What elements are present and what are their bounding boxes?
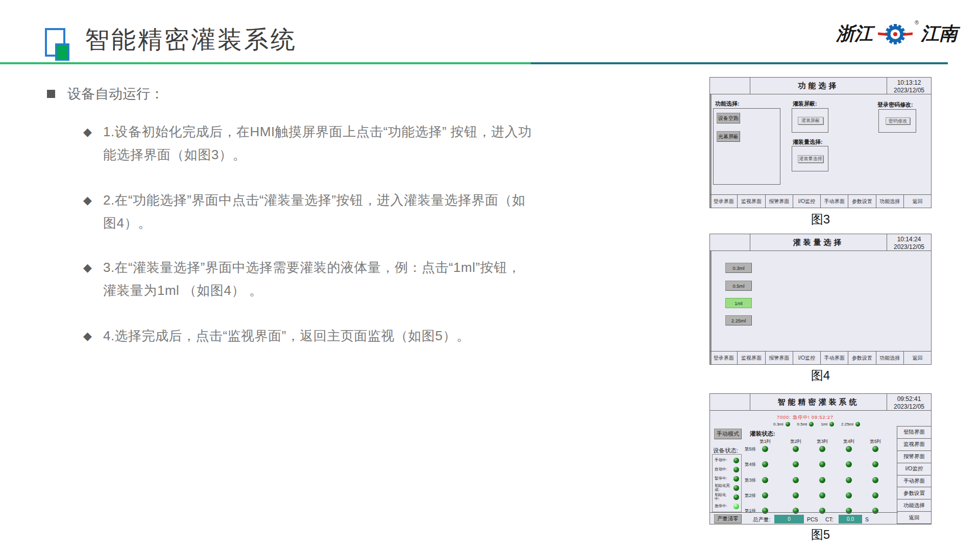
fig4-nav-alarm[interactable]: 报警界面 — [766, 352, 793, 364]
fig4-nav-io[interactable]: I/O监控 — [793, 352, 821, 364]
fig5-menu-monitor[interactable]: 监视界面 — [897, 438, 931, 451]
led-indicator-icon — [829, 422, 834, 427]
fig3-nav-manual[interactable]: 手动界面 — [821, 195, 848, 208]
fig3-nav-login[interactable]: 登录界面 — [710, 195, 738, 208]
indicator-label: 0.5ml — [797, 422, 807, 427]
fig3-nav-params[interactable]: 参数设置 — [848, 195, 876, 208]
fig4-nav-manual[interactable]: 手动界面 — [821, 352, 848, 364]
led-indicator-icon — [872, 446, 878, 452]
led-indicator-icon — [733, 458, 739, 463]
logo-text-left: 浙江 — [836, 21, 873, 46]
fig4-nav-function[interactable]: 功能选择 — [876, 352, 904, 364]
fig4-volume-0.3ml-button[interactable]: 0.3ml — [725, 263, 752, 273]
fig3-fill-shield-button[interactable]: 灌装屏蔽 — [798, 117, 823, 124]
bullet-text-2: 2.在“功能选择”界面中点击“灌装量选择”按钮，进入灌装量选择界面（如图4）。 — [103, 189, 532, 235]
fig5-col-header-4: 第4列 — [839, 439, 859, 445]
status-manual: 手动中: — [715, 456, 739, 465]
fig5-menu-function[interactable]: 功能选择 — [897, 499, 931, 512]
fig4-nav-params[interactable]: 参数设置 — [848, 352, 876, 364]
fig3-fill-shield-label: 灌装屏蔽: — [793, 100, 817, 108]
fig5-menu-login[interactable]: 登陆界面 — [897, 426, 931, 439]
status-label: 初始化完成: — [715, 484, 731, 492]
led-indicator-icon — [819, 461, 825, 467]
fig4-nav-monitor[interactable]: 监视界面 — [738, 352, 765, 364]
bullet-item-4: ◆ 4.选择完成后，点击“监视界面”，返回主页面监视（如图5）。 — [83, 324, 532, 347]
status-label: 暂停中: — [715, 477, 731, 481]
led-indicator-icon — [872, 461, 878, 467]
fig4-nav-login[interactable]: 登录界面 — [710, 352, 738, 364]
led-indicator-icon — [819, 508, 825, 514]
fig3-fill-volume-box: 灌装量选择 — [792, 146, 828, 171]
status-initializing: 初始化中: — [715, 492, 739, 502]
status-label: 初始化中: — [715, 493, 731, 502]
fig3-nav-io[interactable]: I/O监控 — [793, 195, 821, 208]
fig5-menu-alarm[interactable]: 报警界面 — [897, 450, 931, 463]
fig3-function-select-box: 设备空跑 光幕屏蔽 — [713, 108, 780, 185]
fig5-screen-title: 智能精密灌装系统 — [750, 394, 887, 410]
fig4-clock: 10:14:24 2023/12/05 — [887, 234, 931, 251]
fig3-dry-run-button[interactable]: 设备空跑 — [717, 113, 740, 123]
fig4-volume-1ml-button-selected[interactable]: 1ml — [725, 298, 752, 308]
row-label: 第1排 — [745, 508, 756, 514]
gear-logo-icon — [877, 22, 914, 46]
fig5-total-value-field: 0 — [774, 515, 804, 523]
led-indicator-icon — [855, 422, 860, 427]
led-indicator-icon — [762, 508, 768, 514]
fig5-menu-io[interactable]: I/O监控 — [897, 463, 931, 475]
bullet-item-3: ◆ 3.在“灌装量选择”界面中选择需要灌装的液体量，例：点击“1ml”按钮，灌装… — [83, 256, 532, 302]
fig3-light-curtain-button[interactable]: 光幕屏蔽 — [717, 131, 740, 142]
led-indicator-icon — [786, 422, 790, 427]
fig3-nav-monitor[interactable]: 监视界面 — [738, 195, 765, 208]
status-estop-active: 急停中: — [715, 502, 739, 511]
led-indicator-icon — [819, 492, 825, 498]
fig3-caption: 图3 — [709, 211, 932, 228]
indicator-label: 0.3ml — [773, 422, 783, 427]
bullet-item-1: ◆ 1.设备初始化完成后，在HMI触摸屏界面上点击“功能选择” 按钮，进入功能选… — [83, 120, 532, 166]
bullet-item-2: ◆ 2.在“功能选择”界面中点击“灌装量选择”按钮，进入灌装量选择界面（如图4）… — [83, 189, 532, 235]
fig3-nav-alarm[interactable]: 报警界面 — [766, 195, 793, 208]
led-indicator-icon — [733, 485, 739, 491]
fig3-password-button[interactable]: 密码修改 — [886, 117, 910, 124]
fig5-date: 2023/12/05 — [887, 403, 931, 411]
fig5-clock: 09:52:41 2023/12/05 — [887, 394, 931, 410]
fig5-col-header-5: 第5列 — [865, 439, 886, 445]
diamond-bullet-icon: ◆ — [83, 324, 92, 347]
fig5-manual-mode-button[interactable]: 手动模式 — [714, 429, 742, 439]
fig5-device-status-box: 手动中: 自动中: 暂停中: 初始化完成: 初始化中: 急停中: — [712, 454, 742, 512]
row-label: 第5排 — [745, 446, 756, 453]
fig5-clear-count-button[interactable]: 产量清零 — [714, 514, 742, 523]
row-label: 第2排 — [745, 493, 756, 499]
fig4-volume-0.5ml-button[interactable]: 0.5ml — [725, 281, 752, 291]
screenshot-edge-artifact — [710, 94, 712, 208]
fig5-side-menu: 登陆界面 监视界面 报警界面 I/O监控 手动界面 参数设置 功能选择 返回 — [897, 427, 931, 524]
fig3-fill-volume-button[interactable]: 灌装量选择 — [798, 155, 823, 163]
fig3-password-box: 密码修改 — [878, 109, 916, 133]
fig5-menu-params[interactable]: 参数设置 — [897, 487, 931, 499]
fig3-bottom-nav: 登录界面 监视界面 报警界面 I/O监控 手动界面 参数设置 功能选择 返回 — [710, 194, 931, 208]
fig3-password-label: 登录密码修改: — [877, 101, 913, 109]
fig5-col-header-2: 第2列 — [786, 439, 806, 445]
fig3-screen-title: 功能选择 — [750, 78, 887, 94]
status-auto: 自动中: — [715, 465, 739, 474]
led-indicator-icon — [846, 446, 852, 452]
led-indicator-icon — [793, 508, 799, 514]
bullet-text-1: 1.设备初始化完成后，在HMI触摸屏界面上点击“功能选择” 按钮，进入功能选择界… — [103, 120, 532, 166]
led-indicator-icon — [846, 477, 852, 483]
registered-trademark-mark: ® — [915, 19, 919, 26]
fig4-time: 10:14:24 — [887, 236, 931, 243]
fig5-menu-return[interactable]: 返回 — [897, 511, 931, 524]
fig5-indicator-1ml: 1ml — [821, 422, 834, 427]
fig5-ct-unit: S — [865, 516, 869, 522]
fig3-nav-return[interactable]: 返回 — [904, 195, 931, 208]
fig5-ct-value-field: 0.0 — [839, 515, 862, 523]
fig4-nav-return[interactable]: 返回 — [904, 352, 931, 364]
fig5-menu-manual[interactable]: 手动界面 — [897, 475, 931, 488]
fig4-screen-title: 灌装量选择 — [750, 234, 887, 251]
led-indicator-icon — [819, 477, 825, 483]
led-indicator-icon — [793, 492, 799, 498]
fig3-nav-function[interactable]: 功能选择 — [876, 195, 904, 208]
led-indicator-icon — [733, 476, 739, 482]
fig4-volume-2.25ml-button[interactable]: 2.25ml — [725, 315, 752, 325]
led-indicator-icon — [809, 422, 814, 427]
screenshot-edge-artifact — [710, 251, 712, 364]
